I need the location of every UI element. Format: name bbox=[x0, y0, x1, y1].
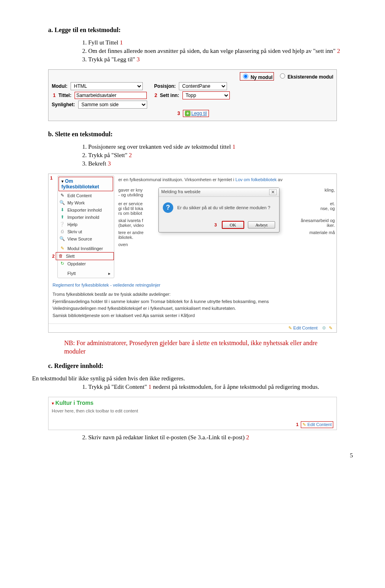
law-link[interactable]: Lov om folkebibliotek bbox=[235, 177, 277, 182]
ctx-edit-content[interactable]: ✎Edit Content bbox=[58, 192, 114, 199]
ctx-view-source[interactable]: 🔍View Source bbox=[58, 235, 114, 242]
tittel-label: Tittel: bbox=[59, 93, 71, 98]
marker-2: 2 bbox=[52, 254, 55, 259]
ctx-slett[interactable]: 🗑Slett bbox=[56, 252, 114, 260]
import-icon: ⬆ bbox=[59, 214, 65, 220]
print-icon: ⎙ bbox=[59, 229, 65, 234]
ctx-flytt[interactable]: Flytt▸ bbox=[58, 270, 114, 277]
list-item: Trykk på "Slett" 2 bbox=[88, 152, 353, 159]
dialog-title: Melding fra webside bbox=[161, 189, 201, 195]
radio-eksisterende-modul[interactable]: Eksisterende modul bbox=[278, 72, 333, 81]
section-a-title: a. Legge til en tekstmodul: bbox=[32, 26, 353, 34]
content-body: er en fylkeskommunal institusjon. Virkso… bbox=[114, 176, 335, 278]
ctx-modul-innstillinger[interactable]: ✎Modul Innstillinger bbox=[58, 245, 114, 252]
edit-content-link[interactable]: Edit Content bbox=[288, 325, 318, 331]
dialog-text: Er du sikker på at du vil slette denne m… bbox=[177, 205, 270, 210]
modul-select[interactable]: HTML bbox=[71, 82, 143, 90]
marker-2: 2 bbox=[154, 93, 157, 98]
add-module-panel: Ny modul Eksisterende modul Modul: HTML … bbox=[48, 69, 337, 121]
edit-mini-icon[interactable]: ✎ bbox=[329, 325, 332, 330]
settinn-select[interactable]: Topp bbox=[182, 91, 230, 99]
ctx-hjelp[interactable]: ❔Hjelp bbox=[58, 221, 114, 228]
list-item: Fyll ut Tittel 1 bbox=[88, 39, 353, 46]
delete-module-screenshot: 1 ▾ Om fylkesbiblioteket ✎Edit Content 🔍… bbox=[48, 174, 337, 333]
settinn-label: Sett inn: bbox=[160, 93, 179, 98]
ctx-skriv-ut[interactable]: ⎙Skriv ut bbox=[58, 228, 114, 235]
section-c-list-1: Trykk på "Edit Content" 1 nederst på tek… bbox=[88, 384, 353, 390]
marker-1: 1 bbox=[50, 176, 55, 278]
pencil-icon: ✎ bbox=[59, 193, 65, 198]
ctx-my-work[interactable]: 🔍My Work bbox=[58, 199, 114, 206]
modul-label: Modul: bbox=[52, 83, 67, 89]
refresh-icon: ↻ bbox=[59, 261, 65, 266]
marker-3: 3 bbox=[177, 111, 180, 116]
edit-content-screenshot: ▾ Kultur i Troms Hover here, then click … bbox=[48, 397, 337, 430]
ok-button[interactable]: OK bbox=[222, 221, 244, 229]
source-icon: 🔍 bbox=[59, 236, 65, 241]
ctx-importer[interactable]: ⬆Importer innhold bbox=[58, 214, 114, 221]
module-title-trigger[interactable]: Om fylkesbiblioteket bbox=[61, 178, 99, 190]
list-item: Posisjonere seg over trekanten ved side … bbox=[88, 143, 353, 150]
delete-icon: 🗑 bbox=[58, 253, 63, 258]
tittel-input[interactable] bbox=[75, 92, 147, 99]
confirm-dialog: Melding fra webside ✕ ? Er du sikker på … bbox=[158, 188, 280, 232]
ctx-oppdater[interactable]: ↻Oppdater bbox=[58, 260, 114, 267]
settings-mini-icon[interactable]: ⚙ bbox=[322, 325, 326, 330]
section-c-intro: En tekstmodul blir ikke synlig på siden … bbox=[32, 375, 353, 382]
settings-icon: ✎ bbox=[59, 246, 65, 251]
section-c-title: c. Redigere innhold: bbox=[32, 362, 353, 370]
export-icon: ⬇ bbox=[59, 207, 65, 212]
list-item: Trykk på "Legg til" 3 bbox=[88, 56, 353, 63]
edit-content-link[interactable]: Edit Content bbox=[301, 421, 333, 428]
synlighet-label: Synlighet: bbox=[52, 102, 75, 107]
context-menu: ▾ Om fylkesbiblioteket ✎Edit Content 🔍My… bbox=[57, 176, 114, 278]
hover-hint: Hover here, then click toolbar to edit c… bbox=[52, 408, 333, 413]
page-number: 5 bbox=[32, 452, 353, 459]
bottom-description: Reglement for fylkesbibliotek - veileden… bbox=[49, 280, 336, 323]
posisjon-select[interactable]: ContentPane bbox=[179, 82, 227, 90]
search-icon: 🔍 bbox=[59, 200, 65, 205]
synlighet-select[interactable]: Samme som side bbox=[78, 101, 147, 109]
avbryt-button[interactable]: Avbryt bbox=[248, 221, 275, 228]
question-icon: ? bbox=[163, 202, 173, 213]
section-c-list-2: Skriv navn på redaktør linket til e-post… bbox=[88, 434, 353, 441]
section-a-list: Fyll ut Tittel 1 Om det finnes allerede … bbox=[88, 39, 353, 63]
marker-1: 1 bbox=[296, 422, 298, 427]
legg-til-button[interactable]: Legg til bbox=[191, 111, 207, 116]
help-icon: ❔ bbox=[59, 222, 65, 227]
plus-icon: + bbox=[185, 111, 190, 116]
posisjon-label: Posisjon: bbox=[154, 83, 176, 89]
marker-3: 3 bbox=[215, 222, 217, 227]
list-item: Trykk på "Edit Content" 1 nederst på tek… bbox=[88, 384, 353, 390]
close-icon[interactable]: ✕ bbox=[269, 189, 277, 195]
module-title: Kultur i Troms bbox=[55, 400, 93, 406]
section-b-title: b. Slette en tekstmodul: bbox=[32, 131, 353, 138]
admin-note: NB: For administratorer, Prosedyren gjel… bbox=[64, 339, 337, 356]
list-item: Bekreft 3 bbox=[88, 160, 353, 167]
list-item: Skriv navn på redaktør linket til e-post… bbox=[88, 434, 353, 441]
section-b-list: Posisjonere seg over trekanten ved side … bbox=[88, 143, 353, 167]
list-item: Om det finnes allerede noen avsnitter på… bbox=[88, 48, 353, 55]
marker-1: 1 bbox=[53, 93, 56, 98]
radio-ny-modul[interactable]: Ny modul bbox=[240, 72, 274, 81]
ctx-eksporter[interactable]: ⬇Eksporter innhold bbox=[58, 206, 114, 214]
